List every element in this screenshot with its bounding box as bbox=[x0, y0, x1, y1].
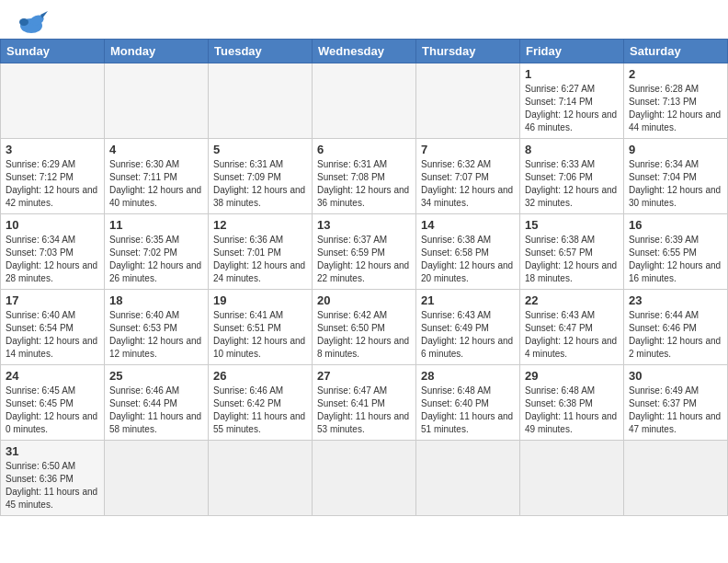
day-number: 5 bbox=[213, 143, 307, 156]
day-info: Sunrise: 6:43 AM Sunset: 6:49 PM Dayligh… bbox=[421, 309, 515, 361]
calendar-cell bbox=[209, 441, 313, 516]
calendar-cell: 20Sunrise: 6:42 AM Sunset: 6:50 PM Dayli… bbox=[313, 290, 416, 365]
calendar-cell: 19Sunrise: 6:41 AM Sunset: 6:51 PM Dayli… bbox=[209, 290, 313, 365]
calendar-cell: 3Sunrise: 6:29 AM Sunset: 7:12 PM Daylig… bbox=[1, 139, 105, 214]
calendar-week-1: 1Sunrise: 6:27 AM Sunset: 7:14 PM Daylig… bbox=[1, 63, 728, 139]
day-info: Sunrise: 6:40 AM Sunset: 6:54 PM Dayligh… bbox=[6, 309, 99, 361]
day-number: 11 bbox=[109, 218, 203, 232]
day-number: 17 bbox=[6, 293, 99, 307]
calendar-cell: 12Sunrise: 6:36 AM Sunset: 7:01 PM Dayli… bbox=[209, 214, 313, 290]
calendar-header: SundayMondayTuesdayWednesdayThursdayFrid… bbox=[1, 40, 728, 63]
calendar-cell bbox=[105, 63, 209, 139]
day-number: 12 bbox=[213, 218, 307, 232]
calendar-cell: 9Sunrise: 6:34 AM Sunset: 7:04 PM Daylig… bbox=[624, 139, 728, 214]
day-number: 25 bbox=[109, 369, 203, 383]
day-info: Sunrise: 6:38 AM Sunset: 6:57 PM Dayligh… bbox=[525, 234, 619, 285]
day-number: 6 bbox=[317, 143, 411, 156]
calendar-cell: 22Sunrise: 6:43 AM Sunset: 6:47 PM Dayli… bbox=[520, 290, 624, 365]
day-info: Sunrise: 6:43 AM Sunset: 6:47 PM Dayligh… bbox=[525, 309, 619, 361]
day-info: Sunrise: 6:47 AM Sunset: 6:41 PM Dayligh… bbox=[317, 385, 411, 436]
calendar-cell bbox=[520, 441, 624, 516]
day-info: Sunrise: 6:28 AM Sunset: 7:13 PM Dayligh… bbox=[629, 83, 722, 134]
calendar-cell: 2Sunrise: 6:28 AM Sunset: 7:13 PM Daylig… bbox=[624, 63, 728, 139]
calendar-cell: 26Sunrise: 6:46 AM Sunset: 6:42 PM Dayli… bbox=[209, 365, 313, 441]
day-number: 24 bbox=[6, 369, 99, 383]
day-info: Sunrise: 6:38 AM Sunset: 6:58 PM Dayligh… bbox=[421, 234, 515, 285]
day-header-saturday: Saturday bbox=[624, 40, 728, 63]
day-info: Sunrise: 6:32 AM Sunset: 7:07 PM Dayligh… bbox=[421, 158, 515, 210]
calendar-cell: 11Sunrise: 6:35 AM Sunset: 7:02 PM Dayli… bbox=[105, 214, 209, 290]
day-number: 1 bbox=[525, 67, 619, 81]
calendar-cell: 8Sunrise: 6:33 AM Sunset: 7:06 PM Daylig… bbox=[520, 139, 624, 214]
calendar-cell: 25Sunrise: 6:46 AM Sunset: 6:44 PM Dayli… bbox=[105, 365, 209, 441]
calendar-week-6: 31Sunrise: 6:50 AM Sunset: 6:36 PM Dayli… bbox=[1, 441, 728, 516]
calendar-table: SundayMondayTuesdayWednesdayThursdayFrid… bbox=[0, 39, 728, 516]
day-info: Sunrise: 6:29 AM Sunset: 7:12 PM Dayligh… bbox=[6, 158, 99, 210]
calendar-cell bbox=[313, 63, 416, 139]
day-info: Sunrise: 6:41 AM Sunset: 6:51 PM Dayligh… bbox=[213, 309, 307, 361]
day-info: Sunrise: 6:27 AM Sunset: 7:14 PM Dayligh… bbox=[525, 83, 619, 134]
day-header-friday: Friday bbox=[520, 40, 624, 63]
page-header bbox=[0, 0, 728, 39]
day-number: 23 bbox=[629, 293, 722, 307]
day-info: Sunrise: 6:33 AM Sunset: 7:06 PM Dayligh… bbox=[525, 158, 619, 210]
day-number: 13 bbox=[317, 218, 411, 232]
calendar-week-5: 24Sunrise: 6:45 AM Sunset: 6:45 PM Dayli… bbox=[1, 365, 728, 441]
calendar-cell bbox=[416, 441, 520, 516]
calendar-week-3: 10Sunrise: 6:34 AM Sunset: 7:03 PM Dayli… bbox=[1, 214, 728, 290]
day-info: Sunrise: 6:30 AM Sunset: 7:11 PM Dayligh… bbox=[109, 158, 203, 210]
day-number: 26 bbox=[213, 369, 307, 383]
calendar-cell: 21Sunrise: 6:43 AM Sunset: 6:49 PM Dayli… bbox=[416, 290, 520, 365]
calendar-cell: 18Sunrise: 6:40 AM Sunset: 6:53 PM Dayli… bbox=[105, 290, 209, 365]
day-number: 28 bbox=[421, 369, 515, 383]
day-number: 14 bbox=[421, 218, 515, 232]
day-number: 8 bbox=[525, 143, 619, 156]
calendar-cell: 28Sunrise: 6:48 AM Sunset: 6:40 PM Dayli… bbox=[416, 365, 520, 441]
day-number: 20 bbox=[317, 293, 411, 307]
day-number: 15 bbox=[525, 218, 619, 232]
day-info: Sunrise: 6:46 AM Sunset: 6:42 PM Dayligh… bbox=[213, 385, 307, 436]
day-number: 18 bbox=[109, 293, 203, 307]
calendar-cell: 30Sunrise: 6:49 AM Sunset: 6:37 PM Dayli… bbox=[624, 365, 728, 441]
day-number: 10 bbox=[6, 218, 99, 232]
calendar-cell bbox=[1, 63, 105, 139]
day-header-tuesday: Tuesday bbox=[209, 40, 313, 63]
day-info: Sunrise: 6:31 AM Sunset: 7:08 PM Dayligh… bbox=[317, 158, 411, 210]
days-of-week-row: SundayMondayTuesdayWednesdayThursdayFrid… bbox=[1, 40, 728, 63]
day-info: Sunrise: 6:34 AM Sunset: 7:04 PM Dayligh… bbox=[629, 158, 722, 210]
day-number: 3 bbox=[6, 143, 99, 156]
calendar-cell bbox=[105, 441, 209, 516]
day-header-wednesday: Wednesday bbox=[313, 40, 416, 63]
calendar-cell: 5Sunrise: 6:31 AM Sunset: 7:09 PM Daylig… bbox=[209, 139, 313, 214]
calendar-cell: 17Sunrise: 6:40 AM Sunset: 6:54 PM Dayli… bbox=[1, 290, 105, 365]
day-info: Sunrise: 6:37 AM Sunset: 6:59 PM Dayligh… bbox=[317, 234, 411, 285]
calendar-cell bbox=[313, 441, 416, 516]
calendar-cell: 14Sunrise: 6:38 AM Sunset: 6:58 PM Dayli… bbox=[416, 214, 520, 290]
calendar-body: 1Sunrise: 6:27 AM Sunset: 7:14 PM Daylig… bbox=[1, 63, 728, 516]
day-info: Sunrise: 6:44 AM Sunset: 6:46 PM Dayligh… bbox=[629, 309, 722, 361]
day-info: Sunrise: 6:45 AM Sunset: 6:45 PM Dayligh… bbox=[6, 385, 99, 436]
calendar-cell: 31Sunrise: 6:50 AM Sunset: 6:36 PM Dayli… bbox=[1, 441, 105, 516]
day-info: Sunrise: 6:49 AM Sunset: 6:37 PM Dayligh… bbox=[629, 385, 722, 436]
calendar-cell: 15Sunrise: 6:38 AM Sunset: 6:57 PM Dayli… bbox=[520, 214, 624, 290]
day-number: 29 bbox=[525, 369, 619, 383]
day-info: Sunrise: 6:31 AM Sunset: 7:09 PM Dayligh… bbox=[213, 158, 307, 210]
calendar-cell: 27Sunrise: 6:47 AM Sunset: 6:41 PM Dayli… bbox=[313, 365, 416, 441]
calendar-cell: 10Sunrise: 6:34 AM Sunset: 7:03 PM Dayli… bbox=[1, 214, 105, 290]
day-info: Sunrise: 6:40 AM Sunset: 6:53 PM Dayligh… bbox=[109, 309, 203, 361]
day-number: 27 bbox=[317, 369, 411, 383]
day-info: Sunrise: 6:48 AM Sunset: 6:38 PM Dayligh… bbox=[525, 385, 619, 436]
day-header-sunday: Sunday bbox=[1, 40, 105, 63]
day-header-monday: Monday bbox=[105, 40, 209, 63]
calendar-cell: 1Sunrise: 6:27 AM Sunset: 7:14 PM Daylig… bbox=[520, 63, 624, 139]
day-info: Sunrise: 6:39 AM Sunset: 6:55 PM Dayligh… bbox=[629, 234, 722, 285]
logo-icon bbox=[15, 9, 48, 35]
day-number: 9 bbox=[629, 143, 722, 156]
day-number: 2 bbox=[629, 67, 722, 81]
svg-point-3 bbox=[19, 18, 28, 26]
day-number: 19 bbox=[213, 293, 307, 307]
calendar-cell: 6Sunrise: 6:31 AM Sunset: 7:08 PM Daylig… bbox=[313, 139, 416, 214]
day-info: Sunrise: 6:34 AM Sunset: 7:03 PM Dayligh… bbox=[6, 234, 99, 285]
calendar-week-4: 17Sunrise: 6:40 AM Sunset: 6:54 PM Dayli… bbox=[1, 290, 728, 365]
page-container: SundayMondayTuesdayWednesdayThursdayFrid… bbox=[0, 0, 728, 516]
